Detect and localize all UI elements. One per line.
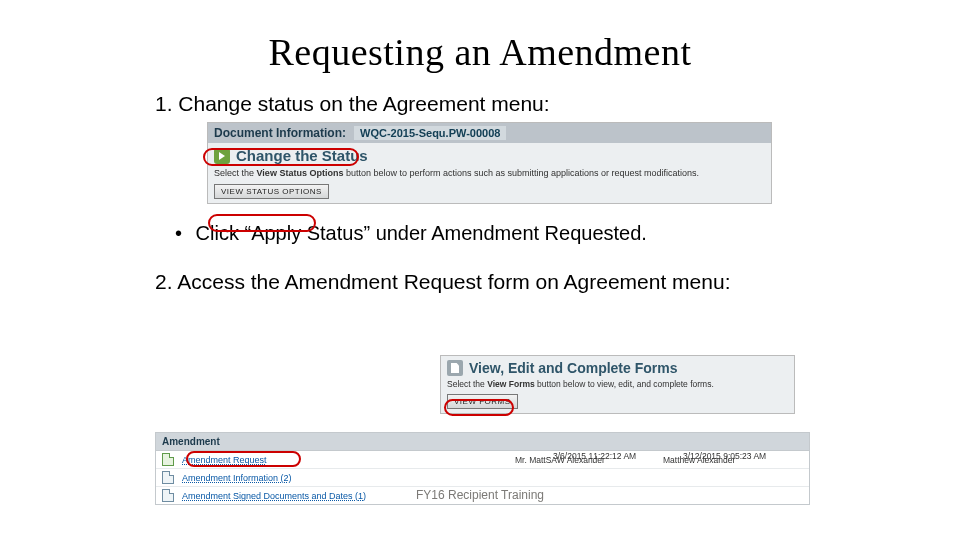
view-forms-button[interactable]: VIEW FORMS — [447, 394, 518, 409]
view-status-options-button[interactable]: VIEW STATUS OPTIONS — [214, 184, 329, 199]
cell-date: 3/12/2015 9:05:23 AM — [683, 451, 803, 461]
cell-date: 3/6/2015 11:22:12 AM — [553, 451, 673, 461]
bullet-apply-status: • Click “Apply Status” under Amendment R… — [175, 222, 805, 245]
forms-panel: View, Edit and Complete Forms Select the… — [440, 355, 795, 414]
arrow-right-icon — [214, 148, 230, 164]
bullet-icon: • — [175, 222, 182, 244]
amendment-request-link[interactable]: Amendment Request — [182, 455, 507, 465]
page-title: Requesting an Amendment — [0, 30, 960, 74]
table-row: 3/6/2015 11:22:12 AM 3/12/2015 9:05:23 A… — [553, 451, 803, 461]
status-panel: Document Information: WQC-2015-Sequ.PW-0… — [207, 122, 772, 204]
table-row: Amendment Information (2) — [156, 469, 809, 487]
step-1-text: 1. Change status on the Agreement menu: — [155, 92, 805, 116]
doc-icon — [162, 471, 174, 484]
doc-icon — [162, 453, 174, 466]
forms-title: View, Edit and Complete Forms — [469, 360, 677, 376]
amendment-header: Amendment — [156, 433, 809, 451]
amendment-info-link[interactable]: Amendment Information (2) — [182, 473, 803, 483]
footer-text: FY16 Recipient Training — [0, 488, 960, 502]
document-icon — [447, 360, 463, 376]
doc-info-bar: Document Information: WQC-2015-Sequ.PW-0… — [208, 123, 771, 143]
doc-info-label: Document Information: — [214, 126, 346, 140]
change-status-desc: Select the View Status Options button be… — [208, 166, 771, 182]
doc-id: WQC-2015-Sequ.PW-00008 — [354, 126, 506, 140]
change-status-title: Change the Status — [236, 147, 368, 164]
forms-desc: Select the View Forms button below to vi… — [441, 378, 794, 392]
step-2-text: 2. Access the Amendment Request form on … — [155, 269, 805, 295]
